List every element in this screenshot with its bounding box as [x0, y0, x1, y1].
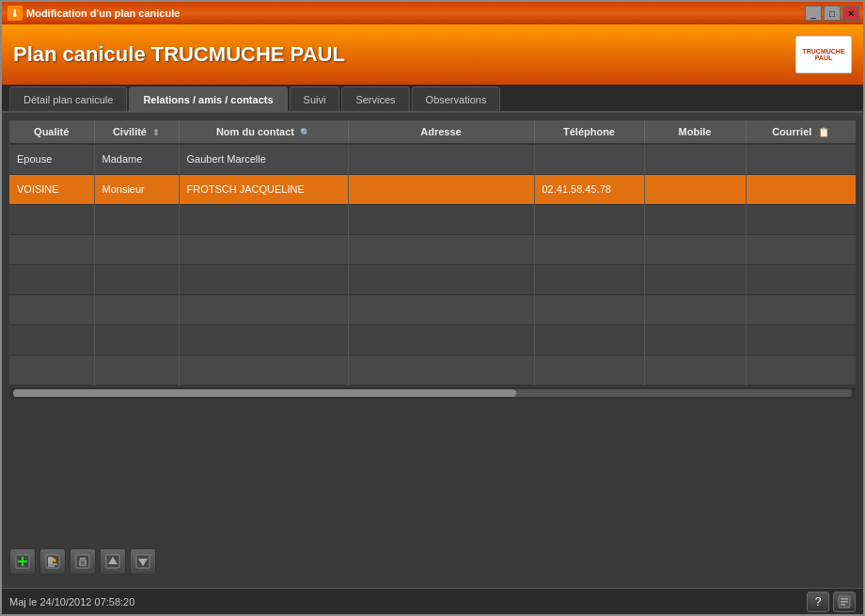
tabs-bar: Détail plan canicule Relations / amis / …: [2, 85, 863, 113]
col-header-civilite[interactable]: Civilité ⇕: [94, 120, 179, 144]
move-down-button[interactable]: [130, 548, 156, 575]
svg-rect-4: [48, 557, 53, 563]
cell-adresse: [348, 355, 534, 385]
svg-rect-19: [841, 604, 845, 606]
table-row[interactable]: [9, 204, 856, 234]
scrollbar-track: [13, 389, 852, 397]
col-header-courriel: Courriel 📋: [746, 120, 856, 144]
table-row[interactable]: [9, 294, 856, 324]
table-row[interactable]: Epouse Madame Gaubert Marcelle: [9, 144, 856, 174]
cell-telephone: [534, 234, 644, 264]
cell-qualite: [9, 294, 94, 324]
cell-qualite: VOISINE: [9, 174, 94, 204]
tab-relations[interactable]: Relations / amis / contacts: [129, 87, 287, 111]
minimize-button[interactable]: _: [805, 6, 822, 21]
cell-nom: FROTSCH JACQUELINE: [179, 174, 348, 204]
col-header-adresse: Adresse: [348, 120, 534, 144]
titlebar: 🌡 Modification d'un plan canicule _ □ ✕: [2, 2, 863, 24]
edit-button[interactable]: [39, 548, 66, 575]
delete-button[interactable]: [70, 548, 96, 575]
svg-rect-18: [841, 601, 848, 603]
cell-telephone: [534, 294, 644, 324]
cell-telephone: [534, 324, 644, 355]
cell-adresse: [348, 234, 534, 264]
cell-telephone: [534, 355, 644, 385]
cell-telephone: [534, 144, 644, 174]
cell-nom: [179, 294, 348, 324]
table-row[interactable]: [9, 264, 856, 294]
tab-observations[interactable]: Observations: [412, 87, 501, 111]
info-button[interactable]: [833, 592, 856, 612]
add-button[interactable]: [9, 548, 36, 575]
cell-courriel: [746, 324, 856, 355]
cell-courriel: [746, 144, 856, 174]
cell-nom: [179, 234, 348, 264]
svg-rect-17: [841, 598, 848, 600]
app-title: Plan canicule TRUCMUCHE PAUL: [13, 42, 345, 67]
nom-sort-icon: 🔍: [300, 128, 310, 137]
table-row[interactable]: VOISINE Monsieur FROTSCH JACQUELINE 02.4…: [9, 174, 856, 204]
courriel-action-icon[interactable]: 📋: [818, 127, 829, 137]
cell-adresse: [348, 204, 534, 234]
svg-rect-9: [79, 560, 86, 566]
cell-adresse: [348, 174, 534, 204]
table-row[interactable]: [9, 355, 856, 385]
cell-mobile: [644, 355, 746, 385]
cell-telephone: [534, 264, 644, 294]
cell-courriel: [746, 264, 856, 294]
col-header-nom[interactable]: Nom du contact 🔍: [179, 120, 348, 144]
cell-courriel: [746, 234, 856, 264]
scrollbar-thumb[interactable]: [13, 389, 516, 397]
help-button[interactable]: ?: [807, 592, 829, 612]
horizontal-scrollbar[interactable]: [9, 387, 856, 399]
cell-courriel: [746, 204, 856, 234]
titlebar-controls: _ □ ✕: [805, 6, 859, 21]
col-header-mobile: Mobile: [644, 120, 746, 144]
cell-qualite: [9, 355, 94, 385]
cell-civilite: [94, 294, 179, 324]
footer: Maj le 24/10/2012 07:58:20 ?: [2, 588, 863, 614]
svg-rect-8: [80, 558, 86, 560]
table-row[interactable]: [9, 234, 856, 264]
maximize-button[interactable]: □: [824, 6, 841, 21]
cell-mobile: [644, 174, 746, 204]
cell-nom: [179, 264, 348, 294]
move-up-button[interactable]: [100, 548, 126, 575]
app-header: Plan canicule TRUCMUCHE PAUL TRUCMUCHEPA…: [2, 24, 863, 85]
cell-mobile: [644, 234, 746, 264]
col-header-qualite: Qualité: [9, 120, 94, 144]
cell-civilite: [94, 355, 179, 385]
titlebar-left: 🌡 Modification d'un plan canicule: [8, 6, 180, 21]
cell-qualite: [9, 204, 94, 234]
toolbar: [9, 543, 856, 580]
cell-courriel: [746, 174, 856, 204]
footer-buttons: ?: [807, 592, 856, 612]
table-body: Epouse Madame Gaubert Marcelle VOISINE M…: [9, 144, 856, 385]
cell-nom: [179, 324, 348, 355]
close-button[interactable]: ✕: [842, 6, 859, 21]
cell-nom: [179, 355, 348, 385]
cell-civilite: [94, 264, 179, 294]
cell-mobile: [644, 324, 746, 355]
cell-qualite: [9, 234, 94, 264]
tab-services[interactable]: Services: [341, 87, 409, 111]
cell-qualite: [9, 264, 94, 294]
cell-mobile: [644, 294, 746, 324]
cell-adresse: [348, 294, 534, 324]
cell-adresse: [348, 324, 534, 355]
cell-nom: Gaubert Marcelle: [179, 144, 348, 174]
data-table: Qualité Civilité ⇕ Nom du contact 🔍 Adre…: [9, 120, 856, 386]
tab-detail[interactable]: Détail plan canicule: [9, 87, 127, 111]
cell-civilite: Madame: [94, 144, 179, 174]
window-title: Modification d'un plan canicule: [26, 8, 180, 19]
cell-qualite: [9, 324, 94, 355]
cell-nom: [179, 204, 348, 234]
table-row[interactable]: [9, 324, 856, 355]
cell-civilite: Monsieur: [94, 174, 179, 204]
cell-mobile: [644, 204, 746, 234]
cell-mobile: [644, 144, 746, 174]
tab-suivi[interactable]: Suivi: [290, 87, 340, 111]
cell-qualite: Epouse: [9, 144, 94, 174]
cell-courriel: [746, 355, 856, 385]
cell-telephone: 02.41.58.45.78: [534, 174, 644, 204]
